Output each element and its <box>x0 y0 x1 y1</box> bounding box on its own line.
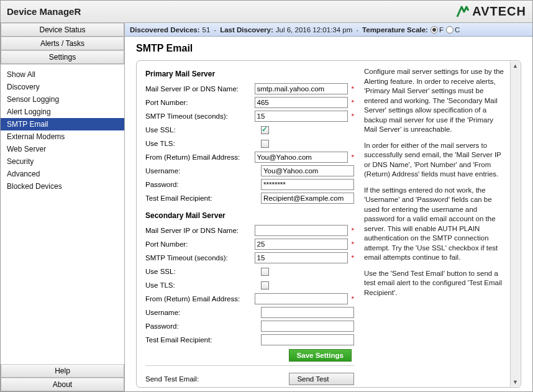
secondary-timeout-input[interactable] <box>255 252 348 263</box>
label-primary-port: Port Number: <box>145 99 255 106</box>
primary-tls-checkbox[interactable] <box>261 140 269 148</box>
secondary-server-input[interactable] <box>255 225 348 236</box>
primary-port-input[interactable] <box>255 97 348 108</box>
label-primary-tls: Use TLS: <box>145 140 261 147</box>
temp-radio-c[interactable] <box>446 26 453 34</box>
app-title: Device ManageR <box>7 6 81 17</box>
primary-section-title: Primary Mail Server <box>145 70 354 78</box>
secondary-pass-input[interactable] <box>261 321 354 332</box>
label-secondary-timeout: SMTP Timeout (seconds): <box>145 254 255 262</box>
help-p1: Configure mail server settings for use b… <box>364 67 507 135</box>
sidebar-item-discovery[interactable]: Discovery <box>1 81 124 93</box>
help-p2: In order for either of the mail servers … <box>364 141 507 180</box>
primary-recipient-input[interactable] <box>261 193 354 204</box>
send-test-button[interactable]: Send Test Email <box>289 373 354 385</box>
secondary-tls-checkbox[interactable] <box>261 281 269 289</box>
primary-pass-input[interactable] <box>261 179 354 190</box>
app-header: Device ManageR AVTECH <box>1 1 532 23</box>
sidebar: Device Status Alerts / Tasks Settings Sh… <box>1 23 125 391</box>
primary-server-input[interactable] <box>255 83 348 94</box>
primary-from-input[interactable] <box>255 152 348 163</box>
sidebar-item-blocked-devices[interactable]: Blocked Devices <box>1 180 124 193</box>
nav-help[interactable]: Help <box>1 364 124 378</box>
label-secondary-recipient: Test Email Recipient: <box>145 336 261 344</box>
brand-logo: AVTECH <box>456 4 526 19</box>
secondary-recipient-input[interactable] <box>261 334 354 345</box>
label-primary-user: Username: <box>145 167 261 175</box>
nav-alerts-tasks[interactable]: Alerts / Tasks <box>1 37 124 50</box>
label-secondary-server: Mail Server IP or DNS Name: <box>145 227 255 234</box>
panel-scrollbar[interactable]: ▲ ▼ <box>510 62 520 386</box>
scroll-down-icon[interactable]: ▼ <box>512 378 518 386</box>
help-p4: Use the 'Send Test Email' button to send… <box>364 269 507 298</box>
secondary-section-title: Secondary Mail Server <box>145 211 354 220</box>
help-p3: If the settings entered do not work, the… <box>364 186 507 263</box>
label-secondary-from: From (Return) Email Address: <box>145 295 255 303</box>
sidebar-item-show-all[interactable]: Show All <box>1 68 124 81</box>
settings-submenu: Show AllDiscoverySensor LoggingAlert Log… <box>1 64 124 364</box>
label-primary-server: Mail Server IP or DNS Name: <box>145 85 255 93</box>
label-secondary-ssl: Use SSL: <box>145 268 261 275</box>
last-discovery-label: Last Discovery: <box>220 26 273 34</box>
help-column: Configure mail server settings for use b… <box>360 61 521 387</box>
label-secondary-tls: Use TLS: <box>145 281 261 289</box>
nav-device-status[interactable]: Device Status <box>1 23 124 37</box>
label-secondary-port: Port Number: <box>145 240 255 248</box>
save-button[interactable]: Save Settings <box>289 349 352 362</box>
label-primary-from: From (Return) Email Address: <box>145 153 255 161</box>
sidebar-item-advanced[interactable]: Advanced <box>1 168 124 180</box>
label-secondary-pass: Password: <box>145 322 261 330</box>
status-bar: Discovered Devices: 51 - Last Discovery:… <box>125 23 532 37</box>
discovered-count: 51 <box>203 26 211 34</box>
brand-icon <box>456 6 470 18</box>
primary-user-input[interactable] <box>261 165 354 176</box>
nav-settings[interactable]: Settings <box>1 50 124 64</box>
temp-scale-label: Temperature Scale: <box>362 26 428 34</box>
send-test-label: Send Test Email: <box>145 375 289 383</box>
primary-timeout-input[interactable] <box>255 111 348 122</box>
divider <box>145 365 354 366</box>
label-primary-pass: Password: <box>145 181 261 188</box>
secondary-user-input[interactable] <box>261 307 354 318</box>
page-title: SMTP Email <box>136 43 521 54</box>
sidebar-item-sensor-logging[interactable]: Sensor Logging <box>1 93 124 106</box>
sidebar-item-alert-logging[interactable]: Alert Logging <box>1 106 124 118</box>
label-primary-timeout: SMTP Timeout (seconds): <box>145 112 255 120</box>
sidebar-item-security[interactable]: Security <box>1 155 124 168</box>
secondary-ssl-checkbox[interactable] <box>261 268 269 276</box>
sidebar-item-external-modems[interactable]: External Modems <box>1 130 124 143</box>
settings-panel: Primary Mail Server Mail Server IP or DN… <box>136 60 521 388</box>
form-column: Primary Mail Server Mail Server IP or DN… <box>137 61 360 387</box>
temp-radio-f[interactable] <box>430 26 438 34</box>
label-secondary-user: Username: <box>145 309 261 316</box>
sidebar-item-web-server[interactable]: Web Server <box>1 143 124 155</box>
last-discovery-value: Jul 6, 2016 12:01:34 pm <box>276 26 352 34</box>
secondary-port-input[interactable] <box>255 239 348 250</box>
label-primary-ssl: Use SSL: <box>145 126 261 134</box>
secondary-from-input[interactable] <box>255 293 348 304</box>
discovered-label: Discovered Devices: <box>130 26 200 34</box>
label-primary-recipient: Test Email Recipient: <box>145 194 261 202</box>
sidebar-item-smtp-email[interactable]: SMTP Email <box>1 118 124 130</box>
primary-ssl-checkbox[interactable] <box>261 126 269 134</box>
nav-about[interactable]: About <box>1 378 124 391</box>
scroll-up-icon[interactable]: ▲ <box>512 62 518 70</box>
